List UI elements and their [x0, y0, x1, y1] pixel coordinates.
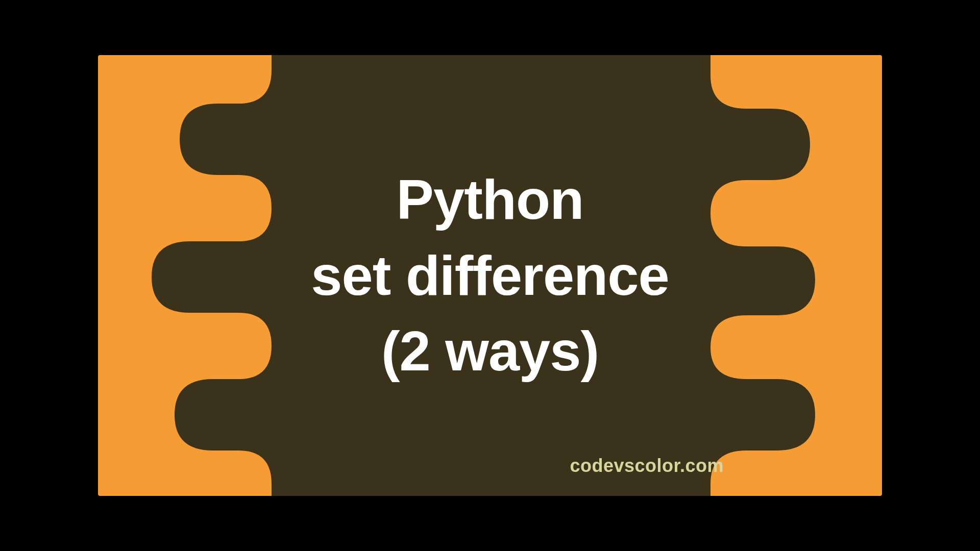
content-area: Python set difference (2 ways)	[98, 55, 882, 496]
main-title: Python set difference (2 ways)	[311, 162, 669, 389]
title-line-2: set difference	[311, 238, 669, 314]
banner-card: Python set difference (2 ways) codevscol…	[98, 55, 882, 496]
title-line-1: Python	[311, 162, 669, 238]
title-line-3: (2 ways)	[311, 313, 669, 389]
watermark-text: codevscolor.com	[570, 455, 724, 477]
